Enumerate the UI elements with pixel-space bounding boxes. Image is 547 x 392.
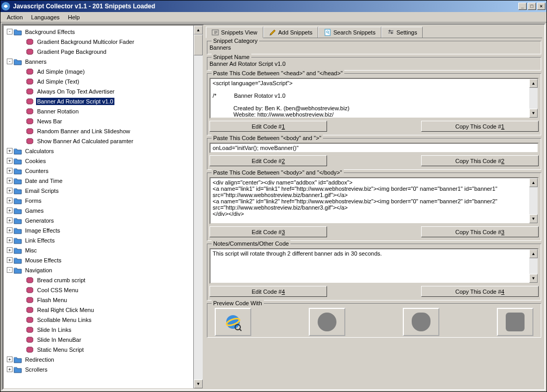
tree-item[interactable]: Ad Simple (Text) <box>5 76 193 86</box>
menu-action[interactable]: Action <box>3 13 27 21</box>
menu-languages[interactable]: Languages <box>27 13 64 21</box>
tree-folder[interactable]: +Forms <box>5 195 193 205</box>
scroll-down-icon[interactable]: ▼ <box>194 379 203 388</box>
copy-code-4-button[interactable]: Copy This Code #4 <box>421 286 539 297</box>
copy-code-3-button[interactable]: Copy This Code #3 <box>421 226 539 237</box>
tree-item[interactable]: Show Banner Ad Calculated paramter <box>5 136 193 146</box>
edit-code-1-button[interactable]: Edit Code #1 <box>210 121 327 132</box>
expand-icon[interactable]: + <box>7 148 13 154</box>
preview-browser-4-button[interactable] <box>497 308 533 336</box>
preview-browser-3-button[interactable] <box>403 308 439 336</box>
snippet-icon <box>26 326 34 333</box>
snippet-icon <box>26 316 34 324</box>
internet-explorer-icon <box>224 313 242 331</box>
code3-textbox[interactable]: <div align="center"><div name="addbox" i… <box>210 177 539 224</box>
collapse-icon[interactable]: - <box>7 29 13 34</box>
expand-icon[interactable]: + <box>7 366 13 372</box>
snippet-name-group: Snippet Name Banner Ad Rotator Script v1… <box>207 57 541 71</box>
tree-item[interactable]: Scollable Menu Links <box>5 315 193 325</box>
expand-icon[interactable]: + <box>7 237 13 243</box>
expand-icon[interactable]: + <box>7 188 13 193</box>
expand-icon[interactable]: + <box>7 168 13 174</box>
expand-icon[interactable]: + <box>7 217 13 223</box>
tree-item[interactable]: Flash Menu <box>5 295 193 305</box>
snippet-icon <box>26 296 34 304</box>
maximize-button[interactable]: □ <box>528 3 536 10</box>
tree-item[interactable]: Slide In Links <box>5 325 193 335</box>
edit-code-3-button[interactable]: Edit Code #3 <box>210 226 327 237</box>
edit-code-2-button[interactable]: Edit Code #2 <box>210 155 327 166</box>
copy-code-1-button[interactable]: Copy This Code #1 <box>421 121 539 132</box>
tree-folder-label: Link Effects <box>24 237 56 244</box>
expand-icon[interactable]: + <box>7 257 13 263</box>
expand-icon[interactable]: + <box>7 158 13 164</box>
tab-settings[interactable]: Settings <box>381 27 423 38</box>
tree-folder[interactable]: +Link Effects <box>5 235 193 245</box>
notes-textbox[interactable]: This script will rotate through 2 differ… <box>210 248 539 284</box>
snippet-tree[interactable]: -Background EffectsGradient Background M… <box>4 26 193 388</box>
code1-textbox[interactable]: <script language="JavaScript"> /* Banner… <box>210 78 539 119</box>
tree-folder[interactable]: +Scrollers <box>5 364 193 374</box>
tree-folder[interactable]: +Mouse Effects <box>5 255 193 265</box>
menu-help[interactable]: Help <box>64 13 84 21</box>
edit-code-4-button[interactable]: Edit Code #4 <box>210 286 327 297</box>
minimize-button[interactable]: _ <box>518 3 527 10</box>
tree-item[interactable]: Real Right Click Menu <box>5 305 193 315</box>
tree-folder[interactable]: +Redirection <box>5 354 193 364</box>
tree-item[interactable]: Banner Ad Rotator Script v1.0 <box>5 96 193 106</box>
svg-rect-2 <box>14 60 17 61</box>
tree-folder[interactable]: +Games <box>5 205 193 215</box>
tab-snippets-view[interactable]: Snippets View <box>206 27 263 38</box>
tree-item[interactable]: Cool CSS Menu <box>5 285 193 295</box>
tree-item-label: Gradient Page Background <box>36 48 108 55</box>
scroll-up-icon[interactable]: ▲ <box>194 26 203 34</box>
tree-item[interactable]: Bread crumb script <box>5 275 193 285</box>
tab-add-snippets[interactable]: Add Snippets <box>263 27 318 38</box>
tree-item[interactable]: Gradient Page Background <box>5 47 193 56</box>
expand-icon[interactable]: + <box>7 227 13 233</box>
expand-icon[interactable]: + <box>7 178 13 183</box>
scroll-track[interactable] <box>194 55 203 379</box>
tree-item[interactable]: Static Menu Script <box>5 344 193 354</box>
expand-icon[interactable]: + <box>7 207 13 213</box>
notes-scrollbar[interactable]: ▲▼ <box>529 249 538 283</box>
copy-code-2-button[interactable]: Copy This Code #2 <box>421 155 539 166</box>
tree-item[interactable]: Banner Rotation <box>5 106 193 116</box>
tree-folder[interactable]: +Cookies <box>5 156 193 166</box>
scroll-thumb[interactable] <box>194 34 203 55</box>
tree-folder[interactable]: -Navigation <box>5 265 193 275</box>
code2-textbox[interactable]: onLoad="initVar(); moveBanner()" <box>210 143 539 153</box>
expand-icon[interactable]: + <box>7 247 13 253</box>
expand-icon[interactable]: + <box>7 356 13 362</box>
tree-item[interactable]: Always On Top Text Advertiser <box>5 86 193 96</box>
tab-search-snippets[interactable]: Search Snippets <box>318 27 381 38</box>
tree-item[interactable]: Gradient Background Multicolor Fader <box>5 37 193 47</box>
close-button[interactable]: × <box>537 3 545 10</box>
code1-scrollbar[interactable]: ▲▼ <box>529 79 538 118</box>
expand-icon[interactable]: + <box>7 198 13 203</box>
snippet-icon <box>26 336 34 343</box>
tree-folder[interactable]: -Banners <box>5 56 193 66</box>
tree-item[interactable]: Ad Simple (Image) <box>5 66 193 76</box>
tree-scrollbar[interactable]: ▲ ▼ <box>193 26 203 388</box>
collapse-icon[interactable]: - <box>7 59 13 64</box>
tree-item[interactable]: Slide In MenuBar <box>5 335 193 344</box>
tree-folder[interactable]: -Background Effects <box>5 27 193 37</box>
folder-icon <box>14 187 22 194</box>
preview-browser-2-button[interactable] <box>309 308 345 336</box>
collapse-icon[interactable]: - <box>7 267 13 273</box>
tree-folder[interactable]: +Email Scripts <box>5 186 193 195</box>
tree-folder[interactable]: +Date and Time <box>5 176 193 186</box>
tree-folder[interactable]: +Calculators <box>5 146 193 156</box>
tree-folder[interactable]: +Misc <box>5 245 193 255</box>
tree-item[interactable]: News Bar <box>5 116 193 126</box>
tree-folder[interactable]: +Counters <box>5 166 193 176</box>
tree-item[interactable]: Random Banner and Link Slideshow <box>5 126 193 136</box>
code3-group: Paste This Code Between "<body>" and "</… <box>207 172 541 241</box>
preview-ie-button[interactable] <box>215 308 251 336</box>
tree-folder[interactable]: +Image Effects <box>5 225 193 235</box>
category-legend: Snippet Category <box>212 38 259 44</box>
code3-scrollbar[interactable]: ▲▼ <box>529 178 538 223</box>
menubar: Action Languages Help <box>1 12 546 22</box>
tree-folder[interactable]: +Generators <box>5 215 193 225</box>
